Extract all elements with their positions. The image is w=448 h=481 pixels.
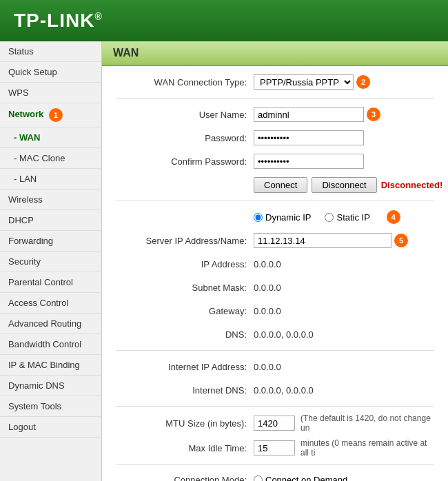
dynamic-ip-label[interactable]: Dynamic IP xyxy=(254,212,311,223)
annotation-3: 3 xyxy=(367,108,380,121)
connect-button[interactable]: Connect xyxy=(254,177,307,193)
header: TP-LINK® xyxy=(0,0,448,41)
max-idle-input[interactable] xyxy=(254,440,295,456)
sidebar-item-lan[interactable]: - LAN xyxy=(0,169,101,190)
dynamic-ip-text: Dynamic IP xyxy=(265,212,311,223)
main-content: WAN WAN Connection Type: PPTP/Russia PPT… xyxy=(102,41,448,481)
ip-mode-group: Dynamic IP Static IP 4 xyxy=(254,210,400,224)
disconnect-button[interactable]: Disconnect xyxy=(312,177,376,193)
sidebar-item-wireless[interactable]: Wireless xyxy=(0,190,101,210)
dns-row: DNS: 0.0.0.0, 0.0.0.0 xyxy=(116,325,434,343)
internet-dns-row: Internet DNS: 0.0.0.0, 0.0.0.0 xyxy=(116,381,434,399)
mode-on-demand-text: Connect on Demand xyxy=(265,475,347,481)
sidebar-item-forwarding[interactable]: Forwarding xyxy=(0,231,101,252)
sidebar-item-ip-mac-binding[interactable]: IP & MAC Binding xyxy=(0,355,101,376)
wan-connection-type-select[interactable]: PPTP/Russia PPTP Dynamic IP Static IP PP… xyxy=(254,74,354,90)
sidebar-item-access-control[interactable]: Access Control xyxy=(0,293,101,314)
subnet-mask-label: Subnet Mask: xyxy=(116,283,254,293)
server-ip-label: Server IP Address/Name: xyxy=(116,236,254,246)
gateway-row: Gateway: 0.0.0.0 xyxy=(116,302,434,320)
connection-mode-group: Connect on Demand Connect Automatically … xyxy=(254,475,374,481)
sidebar-item-status[interactable]: Status xyxy=(0,41,101,62)
ip-address-label: IP Address: xyxy=(116,259,254,269)
mode-on-demand-label[interactable]: Connect on Demand xyxy=(254,475,374,481)
sidebar-item-mac-clone[interactable]: - MAC Clone xyxy=(0,148,101,169)
annotation-2: 2 xyxy=(356,75,370,89)
static-ip-text: Static IP xyxy=(336,212,369,223)
password-row: Password: xyxy=(116,129,434,147)
ip-address-row: IP Address: 0.0.0.0 xyxy=(116,255,434,273)
content-area: WAN Connection Type: PPTP/Russia PPTP Dy… xyxy=(102,66,448,481)
layout: Status Quick Setup WPS Network 1 - WAN -… xyxy=(0,41,448,481)
sidebar-item-dhcp[interactable]: DHCP xyxy=(0,210,101,231)
internet-dns-label: Internet DNS: xyxy=(116,385,254,396)
page-title: WAN xyxy=(102,41,448,66)
wan-connection-type-row: WAN Connection Type: PPTP/Russia PPTP Dy… xyxy=(116,73,434,91)
sidebar-item-wps[interactable]: WPS xyxy=(0,83,101,103)
ip-address-value: 0.0.0.0 xyxy=(254,259,281,269)
server-ip-row: Server IP Address/Name: 5 xyxy=(116,232,434,249)
password-label: Password: xyxy=(116,133,254,143)
internet-ip-label: Internet IP Address: xyxy=(116,362,254,372)
divider-2 xyxy=(116,201,434,201)
static-ip-label[interactable]: Static IP xyxy=(325,212,369,223)
confirm-password-row: Confirm Password: xyxy=(116,152,434,170)
connect-row: Connect Disconnect Disconnected! xyxy=(116,176,434,194)
logo: TP-LINK® xyxy=(14,10,103,32)
divider-5 xyxy=(116,464,434,465)
subnet-mask-value: 0.0.0.0 xyxy=(254,283,281,293)
connection-mode-row: Connection Mode: Connect on Demand Conne… xyxy=(116,472,434,481)
internet-ip-value: 0.0.0.0 xyxy=(254,362,281,372)
divider-3 xyxy=(116,350,434,351)
gateway-label: Gateway: xyxy=(116,306,254,316)
max-idle-row: Max Idle Time: minutes (0 means remain a… xyxy=(116,438,434,458)
sidebar-item-network[interactable]: Network 1 xyxy=(0,103,101,127)
max-idle-note: minutes (0 means remain active at all ti xyxy=(301,438,434,458)
sidebar-item-parental-control[interactable]: Parental Control xyxy=(0,272,101,293)
dns-label: DNS: xyxy=(116,329,254,340)
gateway-value: 0.0.0.0 xyxy=(254,306,281,316)
sidebar-item-security[interactable]: Security xyxy=(0,252,101,272)
sidebar-item-quick-setup[interactable]: Quick Setup xyxy=(0,62,101,83)
mtu-row: MTU Size (in bytes): (The default is 142… xyxy=(116,413,434,433)
sidebar-item-bandwidth-control[interactable]: Bandwidth Control xyxy=(0,334,101,355)
wan-connection-type-label: WAN Connection Type: xyxy=(116,77,254,88)
username-input[interactable] xyxy=(254,107,364,122)
server-ip-input[interactable] xyxy=(254,233,391,248)
annotation-5: 5 xyxy=(394,234,408,247)
sidebar-item-logout[interactable]: Logout xyxy=(0,417,101,438)
mode-on-demand-radio[interactable] xyxy=(254,475,263,481)
divider-1 xyxy=(116,98,434,99)
mtu-label: MTU Size (in bytes): xyxy=(116,418,254,429)
static-ip-radio[interactable] xyxy=(325,213,334,222)
ip-mode-row: Dynamic IP Static IP 4 xyxy=(116,208,434,226)
subnet-mask-row: Subnet Mask: 0.0.0.0 xyxy=(116,278,434,296)
divider-4 xyxy=(116,406,434,407)
sidebar-item-dynamic-dns[interactable]: Dynamic DNS xyxy=(0,376,101,396)
username-label: User Name: xyxy=(116,110,254,120)
password-input[interactable] xyxy=(254,130,364,145)
sidebar: Status Quick Setup WPS Network 1 - WAN -… xyxy=(0,41,102,481)
mtu-note: (The default is 1420, do not change un xyxy=(301,413,434,433)
dynamic-ip-radio[interactable] xyxy=(254,213,263,222)
annotation-4: 4 xyxy=(387,210,400,224)
sidebar-item-advanced-routing[interactable]: Advanced Routing xyxy=(0,314,101,334)
dns-value: 0.0.0.0, 0.0.0.0 xyxy=(254,329,314,340)
max-idle-label: Max Idle Time: xyxy=(116,443,254,453)
internet-ip-row: Internet IP Address: 0.0.0.0 xyxy=(116,358,434,376)
sidebar-item-system-tools[interactable]: System Tools xyxy=(0,396,101,417)
connection-mode-label: Connection Mode: xyxy=(116,475,254,481)
mtu-input[interactable] xyxy=(254,416,295,431)
sidebar-item-wan[interactable]: - WAN xyxy=(0,127,101,148)
connection-status: Disconnected! xyxy=(381,180,443,190)
username-row: User Name: 3 xyxy=(116,105,434,123)
confirm-password-input[interactable] xyxy=(254,154,364,169)
annotation-1: 1 xyxy=(49,108,63,122)
confirm-password-label: Confirm Password: xyxy=(116,156,254,167)
internet-dns-value: 0.0.0.0, 0.0.0.0 xyxy=(254,385,314,396)
